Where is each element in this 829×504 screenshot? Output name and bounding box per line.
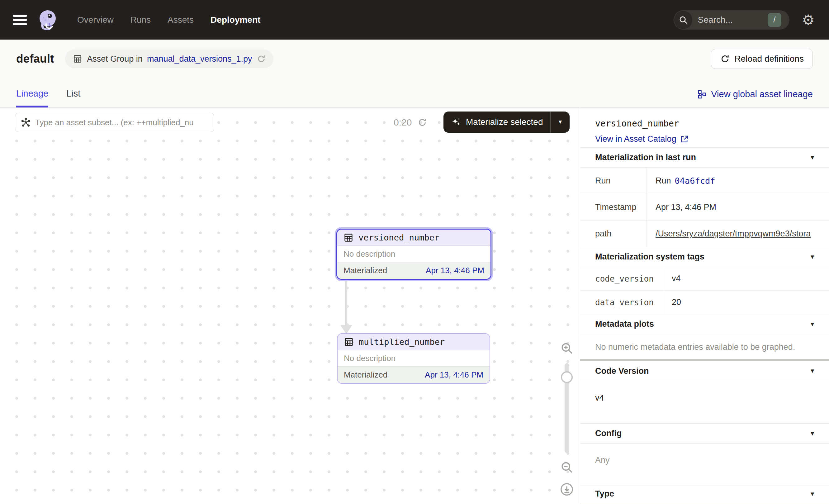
search-icon: [674, 11, 692, 29]
asset-node-versioned-number[interactable]: versioned_number No description Material…: [336, 229, 492, 280]
refresh-countdown: 0:20: [394, 117, 412, 128]
asset-subset-icon: [21, 117, 31, 128]
collapse-caret-icon[interactable]: ▼: [809, 321, 815, 328]
config-value: Any: [580, 443, 829, 484]
panel-divider: [580, 359, 829, 361]
section-title: Config: [595, 429, 622, 438]
collapse-caret-icon[interactable]: ▼: [809, 430, 815, 437]
nav-items: Overview Runs Assets Deployment: [77, 15, 260, 25]
row-label: code_version: [580, 267, 663, 290]
search-input[interactable]: Search... /: [674, 10, 789, 30]
view-global-asset-lineage-link[interactable]: View global asset lineage: [697, 89, 813, 107]
asset-table-icon: [344, 337, 354, 347]
asset-node-multiplied-number[interactable]: multiplied_number No description Materia…: [337, 333, 490, 384]
asset-node-status: Materialized: [344, 266, 387, 275]
collapse-caret-icon[interactable]: ▼: [809, 491, 815, 498]
section-title: Metadata plots: [595, 319, 654, 329]
zoom-out-icon[interactable]: [560, 460, 574, 474]
asset-filter-input[interactable]: [35, 118, 208, 128]
asset-node-description: No description: [337, 350, 490, 366]
view-in-asset-catalog-link[interactable]: View in Asset Catalog: [595, 134, 814, 144]
table-row-run: Run Run 04a6fcdf: [580, 167, 829, 194]
badge-reload-icon[interactable]: [257, 54, 266, 64]
tab-list[interactable]: List: [66, 88, 80, 107]
row-label: Run: [580, 168, 647, 194]
zoom-slider-handle[interactable]: [561, 371, 573, 383]
collapse-caret-icon[interactable]: ▼: [809, 367, 815, 374]
dagster-logo: [38, 10, 59, 30]
nav-item-assets[interactable]: Assets: [168, 15, 194, 25]
section-type[interactable]: Type ▼: [580, 484, 829, 504]
section-title: Code Version: [595, 366, 649, 376]
code-version-value: v4: [580, 381, 829, 423]
tab-lineage[interactable]: Lineage: [16, 88, 48, 107]
external-link-icon: [680, 135, 689, 144]
section-materialization-in-last-run[interactable]: Materialization in last run ▼: [580, 147, 829, 167]
lineage-edge-arrowhead: [340, 325, 352, 334]
settings-gear-icon[interactable]: ⚙: [802, 13, 815, 27]
reload-definitions-label: Reload definitions: [734, 54, 804, 64]
row-label: Timestamp: [580, 194, 647, 220]
reload-definitions-button[interactable]: Reload definitions: [711, 49, 813, 69]
lineage-edge: [345, 280, 347, 326]
section-metadata-plots[interactable]: Metadata plots ▼: [580, 314, 829, 334]
section-title: Type: [595, 489, 614, 499]
search-placeholder: Search...: [698, 15, 733, 25]
collapse-caret-icon[interactable]: ▼: [809, 154, 815, 161]
table-row-data-version: data_version 20: [580, 290, 829, 314]
table-row-path: path /Users/sryza/dagster/tmppvqwm9e3/st…: [580, 220, 829, 247]
timestamp-value: Apr 13, 4:46 PM: [647, 194, 829, 220]
table-row-code-version: code_version v4: [580, 267, 829, 290]
section-title: Materialization system tags: [595, 252, 705, 262]
zoom-in-icon[interactable]: [560, 341, 574, 355]
tag-value: 20: [663, 291, 829, 314]
asset-detail-panel: versioned_number View in Asset Catalog M…: [580, 108, 829, 504]
zoom-slider-track[interactable]: [565, 363, 569, 453]
panel-asset-title: versioned_number: [595, 118, 814, 129]
lineage-canvas[interactable]: 0:20 Materialize selected ▼: [0, 108, 580, 504]
badge-prefix: Asset Group in: [87, 54, 143, 64]
nav-item-overview[interactable]: Overview: [77, 15, 114, 25]
badge-file-link[interactable]: manual_data_versions_1.py: [147, 54, 252, 64]
view-global-asset-lineage-label: View global asset lineage: [711, 89, 813, 99]
run-prefix: Run: [655, 176, 671, 186]
row-label: data_version: [580, 291, 663, 314]
row-label: path: [580, 220, 647, 247]
asset-node-status: Materialized: [344, 370, 387, 380]
asset-node-name: versioned_number: [358, 233, 439, 242]
collapse-caret-icon[interactable]: ▼: [809, 254, 815, 260]
download-image-icon[interactable]: [560, 482, 574, 497]
run-id-link[interactable]: 04a6fcdf: [675, 176, 715, 186]
asset-node-timestamp[interactable]: Apr 13, 4:46 PM: [425, 370, 483, 380]
asset-node-name: multiplied_number: [359, 337, 445, 347]
asset-node-description: No description: [337, 246, 491, 262]
reload-icon: [720, 54, 730, 64]
refresh-timer: 0:20: [394, 117, 427, 128]
asset-group-icon: [73, 54, 82, 64]
asset-node-timestamp[interactable]: Apr 13, 4:46 PM: [426, 266, 484, 275]
materialize-selected-label: Materialize selected: [466, 117, 543, 127]
page-header: default Asset Group in manual_data_versi…: [0, 40, 829, 108]
asset-filter: [15, 113, 214, 132]
tab-bar: Lineage List: [16, 88, 80, 107]
nav-item-deployment[interactable]: Deployment: [211, 15, 260, 25]
zoom-controls: [558, 341, 576, 497]
asset-group-badge: Asset Group in manual_data_versions_1.py: [65, 49, 273, 68]
materialize-selected-button[interactable]: Materialize selected ▼: [443, 111, 570, 133]
path-link[interactable]: /Users/sryza/dagster/tmppvqwm9e3/stora: [655, 229, 810, 239]
section-materialization-system-tags[interactable]: Materialization system tags ▼: [580, 247, 829, 267]
table-row-timestamp: Timestamp Apr 13, 4:46 PM: [580, 194, 829, 220]
hamburger-menu-icon[interactable]: [13, 15, 27, 25]
metadata-plots-empty-message: No numeric metadata entries available to…: [580, 334, 829, 359]
lineage-graph-icon: [697, 90, 707, 99]
asset-table-icon: [344, 233, 354, 243]
materialize-dropdown-caret[interactable]: ▼: [550, 111, 570, 133]
page-title: default: [16, 52, 54, 65]
nav-item-runs[interactable]: Runs: [131, 15, 151, 25]
refresh-icon[interactable]: [417, 117, 427, 128]
section-config[interactable]: Config ▼: [580, 423, 829, 443]
sparkle-icon: [451, 117, 461, 127]
section-code-version[interactable]: Code Version ▼: [580, 361, 829, 381]
tag-value: v4: [663, 267, 829, 290]
search-shortcut-badge: /: [768, 13, 781, 27]
